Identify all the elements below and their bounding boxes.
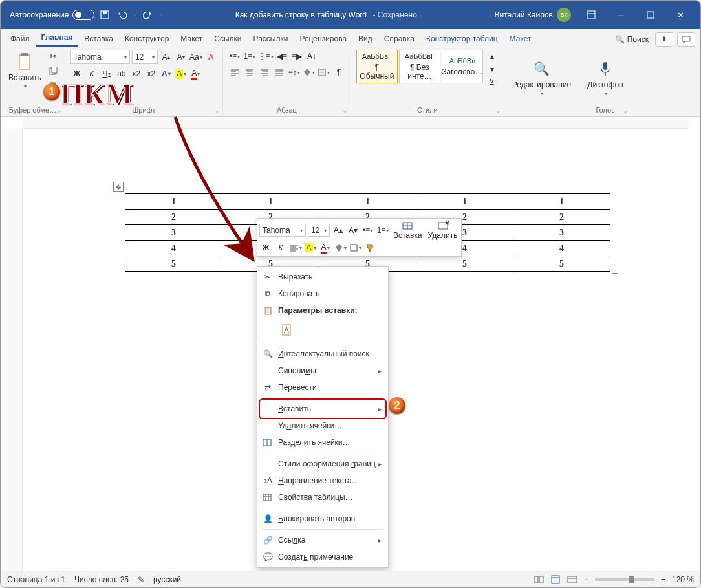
font-color-button[interactable]: A▾ bbox=[189, 67, 202, 80]
tab-file[interactable]: Файл bbox=[5, 31, 36, 47]
tab-view[interactable]: Вид bbox=[352, 31, 378, 47]
editing-button[interactable]: 🔍 Редактирование▾ bbox=[510, 57, 574, 98]
outdent-button[interactable]: ◀≡ bbox=[275, 50, 288, 63]
styles-more[interactable]: ⊻ bbox=[486, 76, 499, 89]
tab-table-layout[interactable]: Макет bbox=[504, 31, 537, 47]
styles-down[interactable]: ▾ bbox=[486, 63, 499, 76]
view-read-mode[interactable] bbox=[534, 575, 544, 584]
change-case-button[interactable]: Aa▾ bbox=[189, 50, 202, 63]
font-name-input[interactable]: Tahoma▾ bbox=[70, 50, 130, 64]
mini-delete-button[interactable]: Удалить bbox=[426, 221, 460, 240]
justify-button[interactable] bbox=[273, 66, 286, 79]
status-word-count[interactable]: Число слов: 25 bbox=[74, 575, 129, 584]
vertical-ruler[interactable] bbox=[1, 129, 23, 571]
status-page[interactable]: Страница 1 из 1 bbox=[7, 575, 65, 584]
tab-references[interactable]: Ссылки bbox=[208, 31, 247, 47]
minimize-button[interactable]: ─ bbox=[606, 1, 636, 29]
ctx-border-styles[interactable]: Стили оформления границ▸ bbox=[257, 455, 388, 472]
superscript-button[interactable]: x2 bbox=[145, 67, 158, 80]
view-web-layout[interactable] bbox=[567, 575, 577, 584]
style-heading1[interactable]: АаБбВвЗаголово… bbox=[442, 50, 483, 83]
ctx-split-cells[interactable]: Разделить ячейки… bbox=[257, 434, 388, 451]
style-normal[interactable]: АаБбВвГ¶ Обычный bbox=[356, 50, 398, 83]
table-resize-handle[interactable] bbox=[612, 273, 618, 279]
ctx-translate[interactable]: ⇄Перевести bbox=[257, 379, 388, 396]
close-button[interactable]: ✕ bbox=[665, 1, 695, 29]
bullets-button[interactable]: •≡▾ bbox=[228, 50, 241, 63]
shrink-font-button[interactable]: A▾ bbox=[175, 50, 188, 63]
undo-icon[interactable] bbox=[116, 10, 127, 20]
shading-button[interactable]: ▾ bbox=[303, 66, 316, 79]
clear-format-button[interactable]: A̷ bbox=[204, 50, 217, 63]
ctx-lock-authors[interactable]: 👤Блокировать авторов bbox=[257, 510, 388, 527]
zoom-level[interactable]: 120 % bbox=[672, 575, 694, 584]
comments-button[interactable] bbox=[677, 32, 695, 47]
tab-design[interactable]: Конструктор bbox=[119, 31, 175, 47]
view-print-layout[interactable] bbox=[550, 575, 561, 584]
ctx-synonyms[interactable]: Синонимы▸ bbox=[257, 362, 388, 379]
mini-font-size[interactable]: 12▾ bbox=[308, 224, 330, 237]
tab-insert[interactable]: Вставка bbox=[78, 31, 119, 47]
mini-shrink-font[interactable]: A▾ bbox=[347, 224, 360, 237]
tab-review[interactable]: Рецензирова bbox=[294, 31, 352, 47]
mini-shading[interactable]: ▾ bbox=[334, 241, 347, 254]
mini-italic[interactable]: К bbox=[274, 241, 287, 254]
share-button[interactable] bbox=[655, 32, 673, 47]
indent-button[interactable]: ≡▶ bbox=[290, 50, 303, 63]
highlight-button[interactable]: A▾ bbox=[175, 67, 188, 80]
undo-dropdown[interactable]: ▾ bbox=[134, 12, 136, 18]
ctx-delete-cells[interactable]: Удалить ячейки… bbox=[257, 417, 388, 434]
multilevel-button[interactable]: ⋮≡▾ bbox=[258, 50, 274, 63]
tab-layout[interactable]: Макет bbox=[175, 31, 208, 47]
paste-button[interactable]: Вставить▾ bbox=[6, 50, 44, 91]
ctx-smart-lookup[interactable]: 🔍Интеллектуальный поиск bbox=[257, 345, 388, 362]
mini-align[interactable]: ▾ bbox=[289, 241, 302, 254]
tab-mailings[interactable]: Рассылки bbox=[248, 31, 294, 47]
mini-borders[interactable]: ▾ bbox=[349, 241, 361, 254]
mini-font-name[interactable]: Tahoma▾ bbox=[259, 224, 306, 237]
zoom-out[interactable]: − bbox=[584, 575, 588, 584]
status-proofing-icon[interactable]: ✎ bbox=[138, 575, 144, 584]
zoom-in[interactable]: + bbox=[661, 575, 665, 584]
table-move-handle[interactable]: ✥ bbox=[113, 182, 124, 192]
mini-numbering[interactable]: 1≡▾ bbox=[376, 224, 389, 237]
mini-font-color[interactable]: A▾ bbox=[319, 241, 332, 254]
autosave-toggle[interactable] bbox=[72, 10, 94, 20]
align-center-button[interactable] bbox=[243, 66, 256, 79]
grow-font-button[interactable]: A▴ bbox=[160, 50, 173, 63]
ctx-cut[interactable]: ✂Вырезать bbox=[257, 268, 388, 285]
font-size-input[interactable]: 12▾ bbox=[132, 50, 158, 64]
dictate-button[interactable]: Диктофон▾ bbox=[585, 57, 625, 98]
align-left-button[interactable] bbox=[228, 66, 241, 79]
ctx-copy[interactable]: ⧉Копировать bbox=[257, 285, 388, 302]
mini-format-painter[interactable] bbox=[363, 241, 376, 254]
save-icon[interactable] bbox=[100, 10, 110, 20]
text-effects-button[interactable]: A▾ bbox=[160, 67, 173, 80]
mini-highlight[interactable]: A▾ bbox=[304, 241, 317, 254]
show-marks-button[interactable]: ¶ bbox=[332, 66, 345, 79]
style-no-spacing[interactable]: АаБбВвГ¶ Без инте… bbox=[399, 50, 440, 83]
horizontal-ruler[interactable] bbox=[23, 117, 689, 129]
styles-up[interactable]: ▴ bbox=[486, 50, 499, 63]
sort-button[interactable]: A↓ bbox=[305, 50, 318, 63]
redo-icon[interactable] bbox=[143, 10, 153, 20]
maximize-button[interactable] bbox=[636, 1, 665, 29]
line-spacing-button[interactable]: ≡↕▾ bbox=[288, 66, 301, 79]
ctx-table-properties[interactable]: Свойства таблицы… bbox=[257, 489, 388, 506]
ctx-new-comment[interactable]: 💬Создать примечание bbox=[257, 549, 388, 565]
align-right-button[interactable] bbox=[258, 66, 271, 79]
numbering-button[interactable]: 1≡▾ bbox=[243, 50, 256, 63]
ctx-link[interactable]: 🔗Ссылка▸ bbox=[257, 532, 388, 549]
user-account[interactable]: Виталий Каиров ВК bbox=[494, 8, 571, 22]
mini-grow-font[interactable]: A▴ bbox=[332, 224, 345, 237]
status-language[interactable]: русский bbox=[153, 575, 181, 584]
tab-help[interactable]: Справка bbox=[378, 31, 420, 47]
search-box[interactable]: 🔍Поиск bbox=[615, 35, 649, 44]
zoom-slider[interactable] bbox=[595, 578, 654, 581]
mini-bold[interactable]: Ж bbox=[259, 241, 272, 254]
tab-home[interactable]: Главная bbox=[36, 30, 79, 47]
ctx-insert[interactable]: Вставить▸ bbox=[257, 400, 388, 417]
cut-button[interactable]: ✂ bbox=[47, 50, 59, 63]
tab-table-design[interactable]: Конструктор таблиц bbox=[420, 31, 504, 47]
borders-button[interactable]: ▾ bbox=[318, 66, 330, 79]
